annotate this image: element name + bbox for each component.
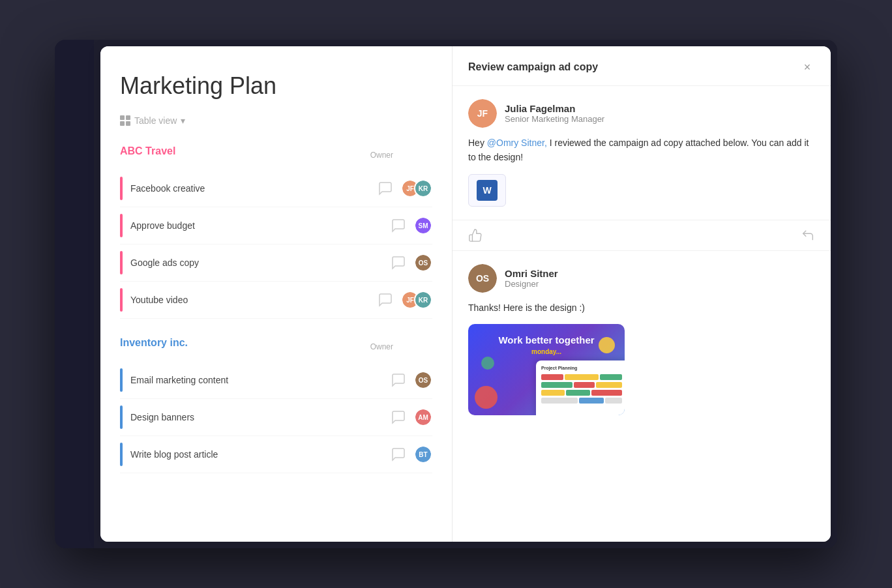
cell xyxy=(579,398,604,404)
avatar: KR xyxy=(414,291,432,309)
task-name: Facebook creative xyxy=(130,183,378,194)
task-name: Write blog post article xyxy=(130,449,391,460)
avatar-group: JF KR xyxy=(401,291,432,309)
comment-icon xyxy=(391,255,406,271)
card-title: Project Planning xyxy=(541,366,622,370)
sender-name-julia: Julia Fagelman xyxy=(505,103,604,114)
page-title: Marketing Plan xyxy=(120,72,432,100)
comment-icon xyxy=(391,409,406,425)
sender-role-omri: Designer xyxy=(505,279,558,289)
main-area: Marketing Plan Table view ▾ ABC Travel O… xyxy=(100,46,831,542)
cell xyxy=(566,390,589,396)
task-name: Design banners xyxy=(130,412,391,422)
card-rows xyxy=(541,374,622,404)
avatar: AM xyxy=(414,408,432,426)
message-text-omri: Thanks! Here is the design :) xyxy=(468,301,815,315)
attachment: W xyxy=(468,174,506,207)
cell xyxy=(541,398,578,404)
view-label: Table view xyxy=(134,115,177,126)
message-block-omri: OS Omri Sitner Designer Thanks! Here is … xyxy=(453,251,831,428)
card-row xyxy=(541,374,622,380)
word-icon: W xyxy=(477,180,498,201)
task-color-bar xyxy=(120,443,123,466)
group-owner-inventory: Owner xyxy=(370,342,432,351)
design-circle-red xyxy=(475,386,498,409)
task-actions: BT xyxy=(391,445,432,463)
design-logo: monday... xyxy=(531,348,561,355)
task-row[interactable]: Design banners AM xyxy=(120,399,432,436)
task-row[interactable]: Approve budget SM xyxy=(120,207,432,244)
screen-wrapper: Marketing Plan Table view ▾ ABC Travel O… xyxy=(55,40,837,548)
group-owner-abc: Owner xyxy=(370,151,432,160)
task-actions: SM xyxy=(391,216,432,235)
design-preview: Work better together monday... Project P… xyxy=(468,324,625,415)
reaction-row xyxy=(453,220,831,251)
comment-icon xyxy=(378,181,393,196)
view-selector[interactable]: Table view ▾ xyxy=(120,115,432,126)
cell xyxy=(541,382,572,388)
card-row xyxy=(541,398,622,404)
cell xyxy=(605,398,622,404)
sender-role-julia: Senior Marketing Manager xyxy=(505,114,604,124)
right-panel: Review campaign ad copy × JF Julia Fagel… xyxy=(453,46,831,542)
task-actions: OS xyxy=(391,371,432,389)
task-row[interactable]: Youtube video JF KR xyxy=(120,282,432,319)
avatar: BT xyxy=(414,445,432,463)
comment-icon xyxy=(391,218,406,233)
comment-icon xyxy=(391,372,406,388)
sender-info-julia: Julia Fagelman Senior Marketing Manager xyxy=(505,103,604,124)
reply-button[interactable] xyxy=(801,228,815,243)
message-block-julia: JF Julia Fagelman Senior Marketing Manag… xyxy=(453,86,831,220)
cell xyxy=(574,382,595,388)
avatar-group: SM xyxy=(414,216,432,235)
task-actions: OS xyxy=(391,254,432,272)
like-button[interactable] xyxy=(468,228,483,243)
task-color-bar xyxy=(120,251,123,274)
task-row[interactable]: Facebook creative JF KR xyxy=(120,170,432,207)
task-actions: JF KR xyxy=(378,291,432,309)
panel-header: Review campaign ad copy × xyxy=(453,46,831,86)
task-name: Approve budget xyxy=(130,220,391,231)
comment-icon xyxy=(378,292,393,308)
left-panel: Marketing Plan Table view ▾ ABC Travel O… xyxy=(100,46,453,542)
thumbs-up-icon xyxy=(468,228,483,243)
design-card: Project Planning xyxy=(536,360,625,415)
panel-title: Review campaign ad copy xyxy=(468,61,598,73)
task-name: Youtube video xyxy=(130,295,378,305)
chevron-down-icon: ▾ xyxy=(181,115,185,126)
task-color-bar xyxy=(120,214,123,237)
task-color-bar xyxy=(120,405,123,429)
avatar-group: BT xyxy=(414,445,432,463)
card-row xyxy=(541,382,622,388)
task-name: Email marketing content xyxy=(130,375,391,385)
avatar-group: JF KR xyxy=(401,179,432,198)
mention-omry: @Omry Sitner, xyxy=(487,138,547,148)
cell xyxy=(541,374,563,380)
cell xyxy=(565,374,598,380)
sender-name-omri: Omri Sitner xyxy=(505,268,558,279)
sidebar xyxy=(55,40,94,548)
task-name: Google ads copy xyxy=(130,257,391,268)
task-row[interactable]: Email marketing content OS xyxy=(120,362,432,399)
close-button[interactable]: × xyxy=(799,59,815,75)
avatar: KR xyxy=(414,179,432,198)
message-sender-omri: OS Omri Sitner Designer xyxy=(468,264,815,293)
task-actions: JF KR xyxy=(378,179,432,198)
avatar: OS xyxy=(414,254,432,272)
avatar-group: OS xyxy=(414,371,432,389)
cell xyxy=(600,374,622,380)
design-title: Work better together xyxy=(498,334,594,345)
avatar-group: OS xyxy=(414,254,432,272)
cell xyxy=(541,390,565,396)
table-icon xyxy=(120,115,130,126)
message-sender: JF Julia Fagelman Senior Marketing Manag… xyxy=(468,99,815,128)
comment-icon xyxy=(391,447,406,462)
group-abc-travel: ABC Travel Owner Facebook creative JF KR xyxy=(120,145,432,319)
task-color-bar xyxy=(120,368,123,392)
task-row[interactable]: Write blog post article BT xyxy=(120,436,432,473)
group-title-inventory: Inventory inc. xyxy=(120,337,188,349)
cell xyxy=(591,390,622,396)
task-row[interactable]: Google ads copy OS xyxy=(120,244,432,282)
avatar: SM xyxy=(414,216,432,235)
task-actions: AM xyxy=(391,408,432,426)
